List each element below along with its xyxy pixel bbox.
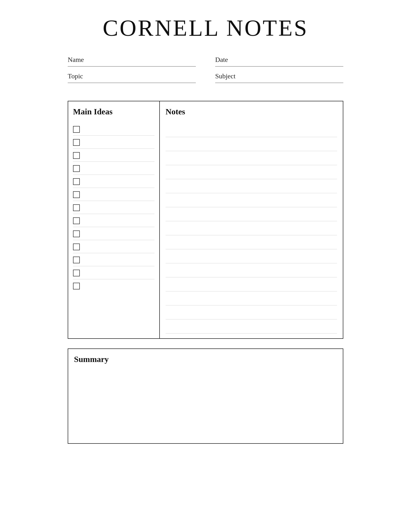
name-field-row: Name [68, 56, 196, 66]
note-line [166, 249, 337, 263]
date-field-row: Date [215, 56, 343, 66]
checkbox-item[interactable] [73, 280, 154, 292]
checkbox-item[interactable] [73, 136, 154, 149]
note-line [166, 235, 337, 249]
note-line [166, 123, 337, 137]
topic-label: Topic [68, 72, 196, 80]
checkbox-item[interactable] [73, 162, 154, 175]
subject-underline [215, 81, 343, 83]
checkbox-box[interactable] [73, 165, 80, 172]
note-line [166, 277, 337, 291]
checkbox-box[interactable] [73, 217, 80, 224]
note-line [166, 319, 337, 333]
date-label: Date [215, 56, 343, 64]
topic-field-row: Topic [68, 72, 196, 83]
name-underline [68, 65, 196, 66]
checkbox-item[interactable] [73, 228, 154, 240]
checkbox-box[interactable] [73, 126, 80, 133]
note-line [166, 305, 337, 319]
checkbox-item[interactable] [73, 254, 154, 266]
topic-underline [68, 81, 196, 83]
summary-title: Summary [74, 355, 337, 364]
header-fields: Name Date Topic Subject [68, 56, 343, 89]
checkbox-item[interactable] [73, 149, 154, 162]
note-line [166, 165, 337, 179]
checkbox-box[interactable] [73, 230, 80, 237]
checkbox-item[interactable] [73, 267, 154, 279]
checkbox-box[interactable] [73, 139, 80, 146]
checkbox-box[interactable] [73, 244, 80, 250]
note-line [166, 193, 337, 207]
page: Cornell Notes Name Date Topic Subject Ma… [48, 0, 363, 532]
checkbox-item[interactable] [73, 175, 154, 188]
main-section: Main Ideas Notes [68, 101, 343, 339]
checkbox-item[interactable] [73, 241, 154, 253]
main-ideas-panel: Main Ideas [68, 101, 160, 338]
note-line [166, 291, 337, 305]
note-line [166, 137, 337, 151]
note-line [166, 221, 337, 235]
checkbox-item[interactable] [73, 188, 154, 201]
summary-section: Summary [68, 349, 343, 444]
checkbox-box[interactable] [73, 256, 80, 263]
date-underline [215, 65, 343, 66]
summary-content [74, 371, 337, 438]
notes-panel: Notes [160, 101, 343, 338]
note-line [166, 207, 337, 221]
checkbox-list [73, 123, 154, 293]
checkbox-box[interactable] [73, 204, 80, 211]
notes-lines [166, 123, 337, 333]
note-line [166, 179, 337, 193]
checkbox-item[interactable] [73, 215, 154, 227]
name-label: Name [68, 56, 196, 64]
notes-title: Notes [166, 107, 337, 116]
checkbox-item[interactable] [73, 201, 154, 214]
checkbox-box[interactable] [73, 178, 80, 185]
subject-field-row: Subject [215, 72, 343, 83]
note-line [166, 151, 337, 165]
main-ideas-title: Main Ideas [73, 107, 154, 116]
checkbox-item[interactable] [73, 123, 154, 136]
note-line [166, 263, 337, 277]
checkbox-box[interactable] [73, 270, 80, 276]
subject-label: Subject [215, 72, 343, 80]
checkbox-box[interactable] [73, 283, 80, 289]
checkbox-box[interactable] [73, 152, 80, 159]
page-title: Cornell Notes [68, 15, 343, 41]
checkbox-box[interactable] [73, 191, 80, 198]
